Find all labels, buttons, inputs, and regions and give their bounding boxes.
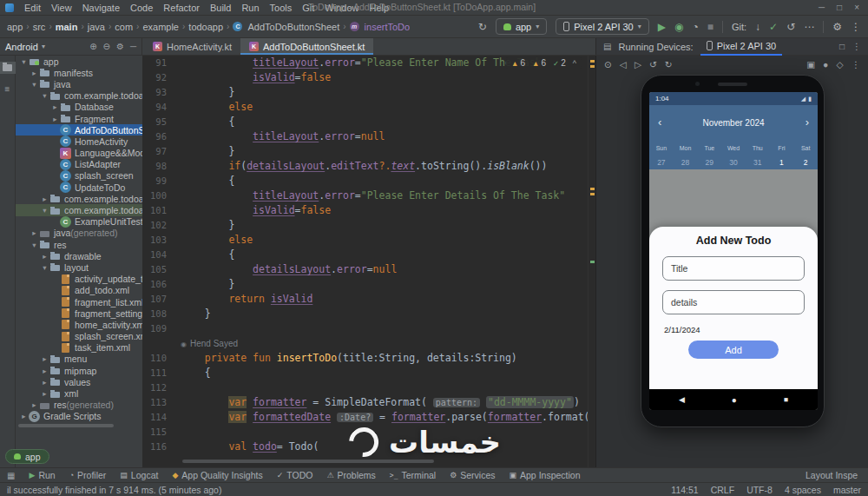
breadcrumb-item-app[interactable]: app: [7, 22, 23, 32]
power-icon[interactable]: ⊙: [604, 59, 612, 69]
tree-item-splash-screen-xml[interactable]: splash_screen.xml: [16, 331, 142, 342]
sync-icon[interactable]: ↻: [478, 21, 487, 33]
line-number[interactable]: 111: [142, 366, 181, 380]
menu-item-view[interactable]: View: [46, 3, 77, 13]
menu-item-edit[interactable]: Edit: [19, 3, 46, 13]
code-line-113[interactable]: 113 var formatter = SimpleDateFormat( pa…: [142, 395, 595, 410]
chevron-open-icon[interactable]: ▾: [30, 80, 39, 89]
breadcrumb-item-addtodobuttonsheet[interactable]: AddToDoButtonSheet: [247, 22, 339, 32]
run-button[interactable]: ▶: [658, 21, 666, 33]
menu-item-run[interactable]: Run: [236, 3, 264, 13]
editor-horizontal-scrollbar[interactable]: [182, 460, 434, 463]
tree-item-addtodobuttonsheet[interactable]: CAddToDoButtonSheet: [16, 124, 142, 136]
chevron-open-icon[interactable]: ▾: [19, 57, 29, 66]
chevron-closed-icon[interactable]: ▸: [30, 228, 39, 237]
tree-item-drawable[interactable]: ▸drawable: [16, 250, 142, 261]
chevron-closed-icon[interactable]: ▸: [40, 354, 49, 363]
tree-item-values[interactable]: ▸values: [16, 376, 142, 387]
title-input[interactable]: Title: [662, 256, 805, 281]
tree-item-com-example-todoapp[interactable]: ▾com.example.todoapp: [16, 90, 142, 102]
tree-item-gradle-scripts[interactable]: ▸GGradle Scripts: [16, 411, 142, 422]
tool-window-button-app-quality-insights[interactable]: ◆App Quality Insights: [172, 470, 262, 480]
tool-window-switcher-icon[interactable]: ▦: [7, 471, 15, 480]
line-number[interactable]: 92: [142, 70, 181, 85]
line-number[interactable]: 102: [142, 218, 181, 233]
run-configuration-select[interactable]: app ▾: [496, 18, 547, 35]
inspection-indicator[interactable]: ▲6: [532, 58, 546, 68]
tree-item-com-example-todoapp-test[interactable]: ▾com.example.todoapp (test): [16, 204, 142, 215]
tree-item-activity-update-todo-xml[interactable]: activity_update_todo.xml: [16, 274, 142, 285]
tool-window-button-terminal[interactable]: >_Terminal: [390, 470, 436, 480]
debug-button[interactable]: ◉: [674, 21, 683, 33]
chevron-closed-icon[interactable]: ▸: [40, 195, 49, 203]
vol-down-icon[interactable]: ▷: [635, 59, 641, 69]
warning-mark[interactable]: [590, 193, 595, 195]
code-line-98[interactable]: 98 if(detailsLayout.editText?.text.toStr…: [142, 159, 595, 174]
tree-item-listadapter[interactable]: CListAdapter: [16, 159, 142, 170]
tree-item-homeactivity[interactable]: CHomeActivity: [16, 136, 142, 147]
git-history-icon[interactable]: ⋯: [804, 21, 814, 33]
tree-item-layout[interactable]: ▾layout: [16, 261, 142, 273]
dialog-scrim[interactable]: [649, 169, 818, 227]
editor-tab-addtodobuttonsheet-kt[interactable]: KAddToDoButtonSheet.kt: [240, 38, 373, 55]
line-number[interactable]: 100: [142, 188, 181, 203]
selected-date-label[interactable]: 2/11/2024: [664, 325, 818, 334]
back-nav-icon[interactable]: ◀: [679, 395, 685, 404]
status-widget-4-spaces[interactable]: 4 spaces: [785, 485, 821, 495]
code-line-103[interactable]: 103 else: [142, 233, 595, 248]
run-app-chip[interactable]: app: [5, 449, 49, 464]
chevron-closed-icon[interactable]: ▸: [40, 252, 49, 261]
expand-all-icon[interactable]: ⊕: [89, 42, 96, 51]
tree-item-res-generated[interactable]: ▸res (generated): [16, 400, 142, 411]
git-commit-icon[interactable]: ✓: [769, 21, 778, 33]
add-button[interactable]: Add: [688, 341, 779, 359]
status-widget-crlf[interactable]: CRLF: [711, 485, 734, 495]
code-line-101[interactable]: 101 isValid=false: [142, 203, 595, 218]
maximize-icon[interactable]: □: [837, 3, 842, 12]
code-line-105[interactable]: 105 detailsLayout.error=null: [142, 262, 595, 277]
phone-screen[interactable]: 1:04 ◢ ▮ ‹ November 2024 › SunMonTueWedT…: [649, 92, 818, 410]
code-line-102[interactable]: 102 }: [142, 218, 595, 233]
code-line-110[interactable]: 110 private fun insertToDo(title:String,…: [142, 351, 595, 366]
calendar-date[interactable]: 30: [721, 158, 746, 167]
settings-gear-icon[interactable]: ⚙: [116, 42, 124, 51]
line-number[interactable]: 99: [142, 174, 181, 188]
tree-item-manifests[interactable]: ▸manifests: [16, 67, 142, 78]
tree-item-add-todo-xml[interactable]: add_todo.xml: [16, 285, 142, 296]
more-icon[interactable]: ⋮: [852, 59, 861, 69]
code-line-108[interactable]: 108 }: [142, 307, 595, 321]
float-window-icon[interactable]: □: [839, 42, 845, 51]
device-tab[interactable]: Pixel 2 API 30: [700, 38, 783, 56]
more-options-icon[interactable]: ⋮: [851, 21, 861, 33]
calendar-date[interactable]: 2: [793, 158, 818, 167]
hide-panel-icon[interactable]: ─: [130, 42, 136, 51]
breadcrumb-item-java[interactable]: java: [88, 22, 105, 32]
rotate-left-icon[interactable]: ↺: [649, 59, 657, 69]
tree-item-app[interactable]: ▾app: [16, 56, 142, 67]
code-line-92[interactable]: 92 isValid=false: [142, 70, 595, 85]
project-view-selector[interactable]: Android ▾: [5, 42, 45, 52]
chevron-open-icon[interactable]: ▾: [40, 91, 49, 100]
menu-item-code[interactable]: Code: [125, 3, 158, 13]
chevron-closed-icon[interactable]: ▸: [50, 115, 60, 123]
tree-item-exampleunittest[interactable]: CExampleUnitTest: [16, 216, 142, 228]
inspection-indicator[interactable]: ▲6: [511, 58, 525, 68]
chevron-closed-icon[interactable]: ▸: [40, 367, 49, 375]
line-number[interactable]: 97: [142, 144, 181, 159]
menu-item-refactor[interactable]: Refactor: [158, 3, 205, 13]
calendar-date[interactable]: 27: [649, 158, 674, 167]
line-number[interactable]: 107: [142, 292, 181, 307]
code-line-111[interactable]: 111 {: [142, 366, 595, 380]
chevron-open-icon[interactable]: ▾: [40, 263, 49, 272]
warning-mark[interactable]: [590, 65, 595, 68]
device-select[interactable]: Pixel 2 API 30 ▾: [556, 18, 649, 35]
breadcrumb-item-main[interactable]: main: [56, 22, 78, 32]
tree-item-updatetodo[interactable]: CUpdateToDo: [16, 182, 142, 193]
inspection-indicator[interactable]: ✓2: [553, 58, 566, 68]
chevron-closed-icon[interactable]: ▸: [19, 412, 29, 420]
tree-item-res[interactable]: ▾res: [16, 239, 142, 250]
breadcrumb-item-com[interactable]: com: [115, 22, 133, 32]
status-widget-master[interactable]: master: [833, 485, 861, 495]
project-tool-button[interactable]: [0, 62, 16, 74]
screenshot-icon[interactable]: ◇: [836, 59, 843, 69]
